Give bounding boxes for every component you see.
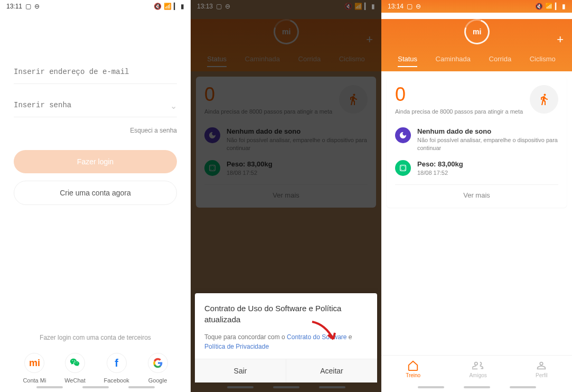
mute-icon: 🔇 [535,3,543,10]
login-button[interactable]: Fazer login [14,150,177,173]
sync-icon: ⊖ [416,3,421,10]
weight-title: Peso: 83,00kg [417,160,558,168]
social-wechat[interactable]: WeChat [64,353,86,384]
image-icon: ▢ [407,3,412,10]
password-field[interactable] [14,94,177,117]
dropdown-icon[interactable]: ⌄ [170,100,177,110]
email-field[interactable] [14,60,177,84]
exit-button[interactable]: Sair [195,359,286,382]
mute-icon: 🔇 [154,3,162,10]
nav-amigos[interactable]: Amigos [469,360,486,378]
battery-icon: ▮ [181,3,184,10]
home-icon [407,360,419,371]
signal-icon: ▎ [555,3,560,10]
software-contract-link[interactable]: Contrato do Software [287,333,346,341]
status-bar: 13:11 ▢ ⊖ 🔇 📶 ▎ ▮ [0,0,191,13]
scale-icon [395,160,411,176]
nav-perfil[interactable]: Perfil [536,360,548,378]
battery-icon: ▮ [562,3,566,10]
clock-text: 13:11 [6,3,22,10]
mi-logo-icon: mi [460,15,494,49]
forgot-password-link[interactable]: Esqueci a senha [14,127,177,134]
android-nav-bar [381,382,572,392]
home-modal-screen: 13:13 ▢ ⊖ 🔇 📶 ▎ ▮ + mi Status Caminhada … [191,0,381,392]
svg-point-6 [401,166,402,166]
mi-icon: mi [24,353,44,373]
social-facebook[interactable]: f Facebook [104,353,129,384]
android-nav-bar [0,382,191,392]
steps-count: 0 [395,85,523,104]
status-bar: 13:14 ▢ ⊖ 🔇 📶 ▎ ▮ [381,0,572,13]
tab-walk[interactable]: Caminhada [436,52,471,66]
home-header: + mi Status Caminhada Corrida Ciclismo [381,19,572,71]
wifi-icon: 📶 [545,3,553,10]
stats-card: 0 Ainda precisa de 8000 passos para atin… [387,77,567,208]
privacy-policy-link[interactable]: Política de Privacidade [204,343,269,350]
signal-icon: ▎ [174,3,179,10]
social-mi[interactable]: mi Conta Mi [23,353,46,384]
svg-point-7 [404,166,405,166]
login-screen: 13:11 ▢ ⊖ 🔇 📶 ▎ ▮ ⌄ Esqueci a senha Faze… [0,0,191,392]
friends-icon [472,360,484,371]
profile-icon [536,360,547,371]
wifi-icon: 📶 [164,3,172,10]
sleep-subtitle: Não foi possível analisar, emparelhe o d… [417,136,558,153]
see-more-link[interactable]: Ver mais [395,184,558,199]
svg-point-8 [401,169,402,170]
steps-goal-text: Ainda precisa de 8000 passos para atingi… [395,108,523,115]
sync-icon: ⊖ [34,3,40,10]
modal-text: Toque para concordar com o Contrato do S… [204,332,368,351]
image-icon: ▢ [25,3,31,10]
bottom-nav: Treino Amigos Perfil [381,355,572,382]
tab-cycle[interactable]: Ciclismo [530,52,556,66]
weight-row[interactable]: Peso: 83,00kg 18/08 17:52 [395,160,558,177]
sleep-title: Nenhum dado de sono [417,127,558,135]
svg-point-9 [404,169,405,170]
wechat-icon [65,353,85,373]
home-screen: 13:14 ▢ ⊖ 🔇 📶 ▎ ▮ + mi Status Caminhada … [381,0,572,392]
svg-rect-5 [400,165,406,171]
modal-title: Contrato de Uso do Software e Política a… [204,303,368,325]
moon-icon [395,127,411,143]
google-icon [148,353,168,373]
add-button[interactable]: + [557,33,564,46]
tab-status[interactable]: Status [398,52,417,66]
sleep-row[interactable]: Nenhum dado de sono Não foi possível ana… [395,127,558,153]
weight-subtitle: 18/08 17:52 [417,169,558,177]
create-account-button[interactable]: Crie uma conta agora [14,181,177,205]
social-google[interactable]: Google [148,353,168,384]
nav-treino[interactable]: Treino [406,360,420,378]
facebook-icon: f [107,353,127,373]
tab-run[interactable]: Corrida [489,52,512,66]
terms-modal: Contrato de Uso do Software e Política a… [195,293,377,382]
third-party-label: Fazer login com uma conta de terceiros [14,334,177,341]
accept-button[interactable]: Aceitar [286,359,377,382]
walk-icon[interactable] [530,85,558,114]
clock-text: 13:14 [388,3,404,10]
